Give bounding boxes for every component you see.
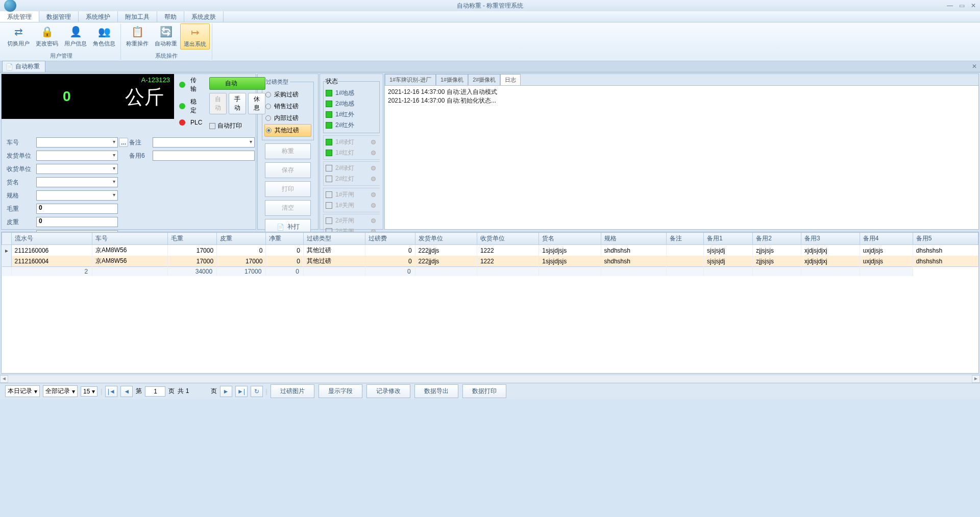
ribbon-button[interactable]: ↦退出系统 — [180, 23, 210, 50]
remark-input[interactable] — [153, 137, 255, 147]
gate-dot-icon[interactable] — [371, 218, 376, 223]
refresh-button[interactable]: ↻ — [251, 386, 263, 397]
footer-button[interactable]: 记录修改 — [366, 384, 410, 398]
column-header[interactable]: 货名 — [539, 233, 601, 245]
reprint-icon: 📄 — [277, 224, 284, 231]
table-cell — [666, 245, 704, 256]
light-dot-icon[interactable] — [371, 177, 376, 181]
spare6-input[interactable] — [153, 151, 255, 161]
ribbon-button[interactable]: 📋称重操作 — [123, 23, 152, 50]
column-header[interactable]: 净重 — [266, 233, 304, 245]
column-header[interactable]: 流水号 — [11, 233, 92, 245]
data-grid[interactable]: 流水号车号毛重皮重净重过磅类型过磅费发货单位收货单位货名规格备注备用1备用2备用… — [1, 232, 979, 374]
menu-item[interactable]: 数据管理 — [39, 11, 79, 22]
table-cell: 2112160006 — [11, 245, 92, 256]
column-header[interactable]: 过磅费 — [365, 233, 415, 245]
action-button[interactable]: 保存 — [265, 162, 311, 178]
gate-dot-icon[interactable] — [371, 192, 376, 197]
table-cell: 1sjsjdjsjs — [539, 245, 601, 256]
light-dot-icon[interactable] — [371, 140, 376, 144]
scroll-left-icon[interactable]: ◄ — [0, 375, 8, 383]
summary-row: 2340001700000 — [2, 267, 978, 277]
pagesize-select[interactable]: 15▾ — [81, 386, 97, 397]
column-header[interactable]: 发货单位 — [415, 233, 477, 245]
autoprint-checkbox[interactable] — [209, 123, 215, 129]
menu-item[interactable]: 帮助 — [157, 11, 184, 22]
scroll-right-icon[interactable]: ► — [972, 375, 980, 383]
goods-input[interactable] — [36, 177, 118, 187]
column-header[interactable]: 备用2 — [753, 233, 801, 245]
column-header[interactable]: 备注 — [666, 233, 704, 245]
table-row[interactable]: ▸2112160006京AM8W561700000其他过磅0222jjdjs12… — [2, 245, 978, 256]
column-header[interactable]: 过磅类型 — [303, 233, 365, 245]
close-icon[interactable]: ✕ — [971, 2, 976, 9]
column-header[interactable]: 备用1 — [704, 233, 753, 245]
first-page-button[interactable]: |◄ — [105, 386, 117, 397]
column-header[interactable]: 皮重 — [217, 233, 266, 245]
filter1-select[interactable]: 本日记录▾ — [5, 385, 40, 397]
recv-input[interactable] — [36, 164, 118, 174]
menu-item[interactable]: 附加工具 — [118, 11, 157, 22]
gross-input[interactable]: 0 — [36, 204, 118, 214]
filter2-select[interactable]: 全部记录▾ — [43, 385, 78, 397]
ribbon-icon: 👤 — [68, 24, 83, 39]
column-header[interactable]: 备用5 — [913, 233, 978, 245]
ship-input[interactable] — [36, 151, 118, 161]
document-tab[interactable]: 📄 自动称重 — [2, 61, 45, 72]
column-header[interactable]: 毛重 — [167, 233, 216, 245]
right-tab[interactable]: 1#摄像机 — [436, 74, 468, 85]
weigh-type-legend: 过磅类型 — [264, 78, 290, 86]
right-tab[interactable]: 日志 — [500, 74, 521, 85]
mode-button[interactable]: 休息 — [248, 93, 265, 114]
column-header[interactable]: 车号 — [92, 233, 168, 245]
grid-hscroll[interactable]: ◄ ► — [0, 375, 980, 383]
last-page-button[interactable]: ►| — [235, 386, 248, 397]
maximize-icon[interactable]: ▭ — [959, 2, 965, 9]
menu-item[interactable]: 系统皮肤 — [184, 11, 224, 22]
gate-dot-icon[interactable] — [371, 203, 376, 208]
light-dot-icon[interactable] — [371, 166, 376, 170]
action-button[interactable]: 打印 — [265, 181, 311, 197]
weigh-type-radio[interactable]: 内部过磅 — [264, 112, 311, 124]
ribbon-button[interactable]: ⇄切换用户 — [4, 23, 33, 48]
table-cell: 17000 — [167, 256, 216, 267]
column-header[interactable]: 收货单位 — [477, 233, 538, 245]
indicator-panel: 传输稳定PLC 自动 自动手动休息 自动打印 — [174, 74, 256, 133]
ribbon-button[interactable]: 👥角色信息 — [90, 23, 118, 48]
status-panel: 状态 1#地感2#地感1#红外2#红外 1#绿灯1#红灯2#绿灯2#红灯 1#开… — [320, 73, 383, 230]
footer-button[interactable]: 过磅图片 — [271, 384, 314, 398]
menu-item[interactable]: 系统管理 — [0, 11, 39, 22]
tare-input[interactable]: 0 — [36, 217, 118, 227]
light-dot-icon[interactable] — [371, 151, 376, 155]
footer-button[interactable]: 显示字段 — [318, 384, 362, 398]
footer-button[interactable]: 数据导出 — [414, 384, 458, 398]
weigh-type-radio[interactable]: 其他过磅 — [264, 124, 311, 137]
page-input[interactable] — [145, 386, 165, 397]
column-header[interactable]: 备用3 — [801, 233, 860, 245]
column-header[interactable]: 规格 — [601, 233, 666, 245]
ribbon-button[interactable]: 👤用户信息 — [61, 23, 90, 48]
right-tab[interactable]: 1#车牌识别-进厂 — [385, 74, 436, 85]
ribbon-button[interactable]: 🔒更改密码 — [33, 23, 61, 48]
minimize-icon[interactable]: — — [947, 2, 953, 9]
ribbon-button[interactable]: 🔄自动称重 — [152, 23, 180, 50]
next-page-button[interactable]: ► — [220, 386, 232, 397]
total-pages: 共 1 — [178, 387, 189, 396]
mode-button[interactable]: 手动 — [229, 93, 246, 114]
column-header[interactable]: 备用4 — [860, 233, 913, 245]
spec-input[interactable] — [36, 190, 118, 201]
tab-close-icon[interactable]: ✕ — [972, 63, 977, 70]
table-row[interactable]: 2112160004京AM8W5617000170000其他过磅0222jjdj… — [2, 256, 978, 267]
weigh-type-radio[interactable]: 销售过磅 — [264, 101, 311, 112]
prev-page-button[interactable]: ◄ — [120, 386, 133, 397]
right-tab[interactable]: 2#摄像机 — [468, 74, 500, 85]
auto-mode-button[interactable]: 自动 — [209, 77, 265, 90]
action-button[interactable]: 清空 — [265, 200, 311, 216]
car-input[interactable] — [36, 137, 118, 147]
car-lookup-button[interactable]: ... — [119, 138, 128, 147]
footer-button[interactable]: 数据打印 — [462, 384, 506, 398]
weigh-type-radio[interactable]: 采购过磅 — [264, 89, 311, 101]
menu-item[interactable]: 系统维护 — [79, 11, 118, 22]
action-button[interactable]: 称重 — [265, 143, 311, 159]
app-logo-icon — [4, 0, 16, 12]
